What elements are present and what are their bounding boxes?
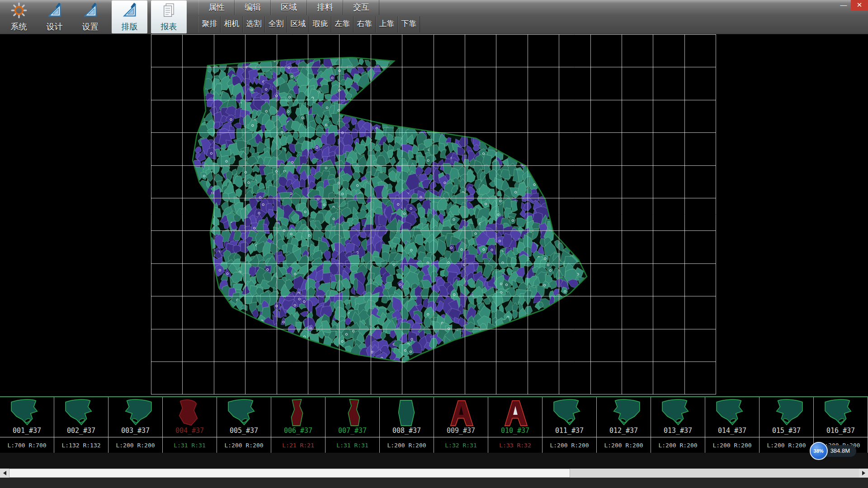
menu-tab-interaction[interactable]: 交互 — [343, 0, 379, 15]
piece-shape-icon — [57, 399, 105, 427]
piece-thumbnail[interactable]: 001_#37L:700 R:700 — [0, 397, 54, 453]
scrollbar-thumb[interactable] — [9, 469, 570, 478]
piece-shape-icon — [600, 399, 648, 427]
piece-name: 012_#37 — [597, 427, 651, 436]
piece-thumbnail[interactable]: 015_#37L:200 R:200 — [760, 397, 814, 453]
piece-thumbnail[interactable]: 006_#37L:21 R:21 — [271, 397, 326, 453]
ribbon-button-settings[interactable]: 设置 — [72, 0, 108, 34]
piece-shape-preview — [380, 397, 434, 429]
piece-shape-icon — [3, 399, 51, 427]
bottom-gap-band — [0, 453, 868, 469]
piece-lr-count: L:200 R:200 — [380, 437, 434, 453]
piece-shape-preview — [814, 397, 868, 429]
tool-buttons: 聚排相机选割全割区域瑕疵左靠右靠上靠下靠 — [198, 15, 420, 34]
piece-name: 005_#37 — [217, 427, 271, 436]
horizontal-scrollbar[interactable] — [0, 469, 868, 478]
piece-shape-icon — [546, 399, 594, 427]
piece-name: 009_#37 — [434, 427, 488, 436]
piece-thumbnail[interactable]: 003_#37L:200 R:200 — [108, 397, 163, 453]
tool-button-region[interactable]: 区域 — [287, 16, 309, 33]
piece-shape-preview — [163, 397, 217, 429]
piece-shape-icon — [166, 399, 214, 427]
tool-button-snap-bottom[interactable]: 下靠 — [398, 16, 420, 33]
piece-shape-preview — [0, 397, 54, 429]
piece-lr-count: L:33 R:32 — [488, 437, 542, 453]
piece-thumbnail[interactable]: 009_#37L:32 R:31 — [434, 397, 488, 453]
ribbon-button-label: 排版 — [122, 21, 138, 32]
piece-shape-preview — [542, 397, 596, 429]
nesting-canvas[interactable] — [0, 34, 868, 396]
piece-name: 011_#37 — [542, 427, 596, 436]
tool-button-snap-top[interactable]: 上靠 — [376, 16, 398, 33]
ruler-icon — [47, 2, 63, 21]
piece-shape-icon — [329, 399, 377, 427]
piece-shape-preview — [326, 397, 379, 429]
ribbon-button-label: 报表 — [161, 21, 177, 32]
ribbon-button-nesting[interactable]: 排版 — [112, 0, 147, 33]
menu-tabs: 属性编辑区域排料交互 — [198, 0, 420, 15]
menu-tab-region[interactable]: 区域 — [271, 0, 307, 15]
piece-name: 006_#37 — [271, 427, 325, 436]
piece-lr-count: L:200 R:200 — [651, 437, 705, 453]
piece-shape-preview — [760, 397, 813, 429]
piece-name: 016_#37 — [814, 427, 868, 436]
ribbon-button-report[interactable]: 报表 — [151, 0, 187, 33]
scrollbar-track[interactable] — [9, 469, 859, 478]
report-icon — [161, 2, 177, 21]
piece-shape-icon — [708, 399, 756, 427]
piece-name: 002_#37 — [54, 427, 108, 436]
piece-lr-count: L:200 R:200 — [542, 437, 596, 453]
piece-thumbnail[interactable]: 011_#37L:200 R:200 — [542, 397, 597, 453]
menu-tab-edit[interactable]: 编辑 — [235, 0, 271, 15]
right-arrow-icon — [862, 471, 865, 475]
piece-lr-count: L:32 R:31 — [434, 437, 488, 453]
piece-name: 010_#37 — [488, 427, 542, 436]
piece-thumbnail[interactable]: 014_#37L:200 R:200 — [705, 397, 760, 453]
menu-tab-properties[interactable]: 属性 — [198, 0, 235, 15]
ribbon-button-design[interactable]: 设计 — [37, 0, 72, 34]
piece-thumbnail[interactable]: 010_#37L:33 R:32 — [488, 397, 542, 453]
piece-thumbnail[interactable]: 008_#37L:200 R:200 — [380, 397, 434, 453]
piece-lr-count: L:200 R:200 — [705, 437, 759, 453]
piece-shape-icon — [220, 399, 268, 427]
piece-lr-count: L:200 R:200 — [108, 437, 162, 453]
piece-shape-preview — [108, 397, 162, 429]
piece-lr-count: L:200 R:200 — [217, 437, 271, 453]
scroll-left-arrow[interactable] — [0, 469, 9, 478]
piece-shape-icon — [817, 399, 865, 427]
tool-button-select-cut[interactable]: 选割 — [243, 16, 265, 33]
piece-name: 001_#37 — [0, 427, 54, 436]
tool-button-snap-left[interactable]: 左靠 — [331, 16, 354, 33]
piece-thumbnail[interactable]: 007_#37L:31 R:31 — [326, 397, 380, 453]
ribbon-button-system[interactable]: 系统 — [1, 0, 37, 34]
piece-thumbnail[interactable]: 012_#37L:200 R:200 — [597, 397, 651, 453]
piece-shape-preview — [271, 397, 325, 429]
minimize-button[interactable]: — — [836, 0, 851, 11]
piece-lr-count: L:21 R:21 — [271, 437, 325, 453]
menu-tab-nest-material[interactable]: 排料 — [307, 0, 343, 15]
scroll-right-arrow[interactable] — [859, 469, 868, 478]
tool-button-camera[interactable]: 相机 — [221, 16, 243, 33]
piece-shape-preview — [434, 397, 488, 429]
piece-thumbnail[interactable]: 005_#37L:200 R:200 — [217, 397, 271, 453]
tool-button-cluster-nest[interactable]: 聚排 — [198, 16, 221, 33]
tool-button-cut-all[interactable]: 全割 — [265, 16, 287, 33]
tool-button-snap-right[interactable]: 右靠 — [354, 16, 376, 33]
piece-name: 004_#37 — [163, 427, 217, 436]
piece-shape-preview — [597, 397, 651, 429]
piece-name: 003_#37 — [108, 427, 162, 436]
piece-lr-count: L:200 R:200 — [597, 437, 651, 453]
ribbon: 系统设计设置排版报表 属性编辑区域排料交互 聚排相机选割全割区域瑕疵左靠右靠上靠… — [0, 0, 868, 34]
piece-lr-count: L:132 R:132 — [54, 437, 108, 453]
close-button[interactable]: ✕ — [851, 0, 868, 11]
piece-shape-preview — [651, 397, 705, 429]
tool-button-defect[interactable]: 瑕疵 — [309, 16, 331, 33]
footer-band — [0, 478, 868, 488]
progress-badge: 38% — [810, 442, 828, 460]
piece-shape-icon — [437, 399, 485, 427]
status-badge: 38% 384.8M — [810, 442, 856, 460]
piece-thumbnail[interactable]: 004_#37L:31 R:31 — [163, 397, 217, 453]
piece-thumbnail[interactable]: 013_#37L:200 R:200 — [651, 397, 705, 453]
piece-lr-count: L:31 R:31 — [326, 437, 379, 453]
piece-thumbnail[interactable]: 002_#37L:132 R:132 — [54, 397, 108, 453]
